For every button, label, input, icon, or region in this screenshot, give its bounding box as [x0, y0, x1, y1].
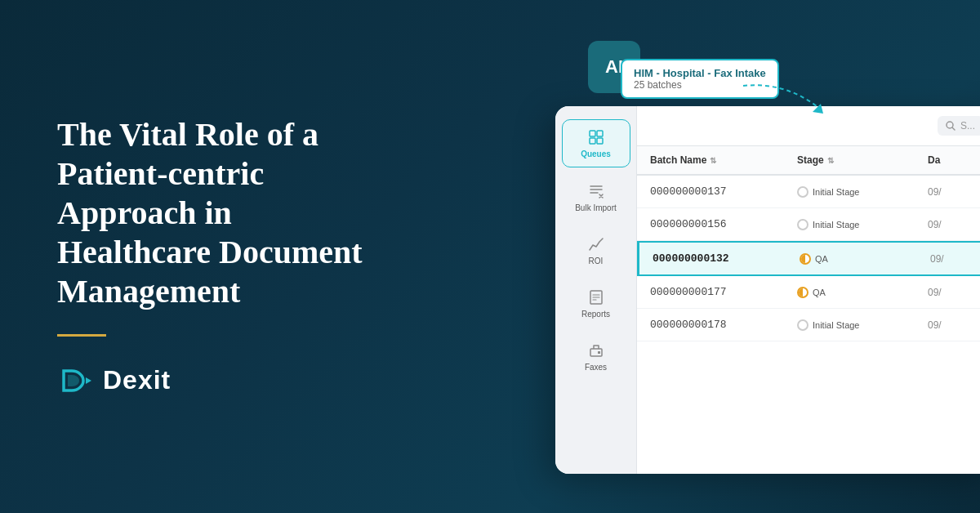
- sidebar-item-queues[interactable]: Queues: [562, 119, 630, 167]
- stage-cell: QA: [797, 287, 928, 298]
- sidebar-item-roi[interactable]: ROI: [562, 227, 630, 274]
- bulk-import-icon: [587, 182, 605, 200]
- svg-rect-4: [590, 138, 595, 144]
- sidebar-faxes-label: Faxes: [585, 363, 607, 372]
- batch-name-cell: 000000000137: [650, 185, 797, 198]
- dashed-arrow: [735, 78, 833, 118]
- qa-stage-icon: [800, 253, 811, 265]
- sidebar-roi-label: ROI: [589, 256, 604, 265]
- date-cell: 09/: [928, 319, 980, 331]
- qa-stage-icon: [797, 287, 808, 298]
- svg-rect-5: [597, 138, 603, 144]
- main-content-area: S... Batch Name ⇅ Stage: [637, 106, 980, 474]
- svg-rect-8: [598, 351, 600, 354]
- faxes-icon: [587, 341, 605, 359]
- date-cell: 09/: [928, 287, 980, 298]
- dexit-logo-icon: [57, 363, 93, 399]
- search-placeholder: S...: [960, 120, 975, 132]
- batch-name-cell: 000000000178: [650, 319, 797, 331]
- sort-icon-batch[interactable]: ⇅: [710, 156, 716, 165]
- table-area: Batch Name ⇅ Stage ⇅ Da: [637, 146, 980, 474]
- sidebar-bulk-import-label: Bulk Import: [575, 203, 617, 212]
- table-row[interactable]: 000000000156 Initial Stage 09/: [637, 208, 980, 241]
- sidebar: Queues Bulk Import: [555, 106, 637, 474]
- sidebar-queues-label: Queues: [581, 149, 611, 158]
- batch-name-cell: 000000000156: [650, 218, 797, 230]
- stage-circle-icon: [797, 319, 808, 331]
- table-row[interactable]: 000000000177 QA 09/: [637, 276, 980, 309]
- queues-icon: [587, 128, 605, 146]
- table-header: Batch Name ⇅ Stage ⇅ Da: [637, 146, 980, 176]
- col-batch-name: Batch Name ⇅: [650, 154, 797, 166]
- stage-cell: Initial Stage: [797, 186, 928, 198]
- sort-icon-stage[interactable]: ⇅: [827, 156, 834, 165]
- batch-name-cell: 000000000177: [650, 286, 797, 298]
- page-background: The Vital Role of a Patient-centric Appr…: [0, 0, 980, 513]
- roi-icon: [587, 235, 605, 253]
- stage-cell: Initial Stage: [797, 219, 928, 230]
- sidebar-item-bulk-import[interactable]: Bulk Import: [562, 174, 630, 221]
- table-row[interactable]: 000000000137 Initial Stage 09/: [637, 176, 980, 208]
- date-cell: 09/: [930, 253, 980, 265]
- date-cell: 09/: [928, 186, 980, 198]
- logo-area: Dexit: [57, 363, 392, 399]
- right-ui-mockup: AI HIM - Hospital - Fax Intake 25 batche…: [539, 41, 980, 474]
- table-row[interactable]: 000000000178 Initial Stage 09/: [637, 309, 980, 341]
- sidebar-item-reports[interactable]: Reports: [562, 280, 630, 327]
- col-date: Da: [928, 154, 980, 166]
- stage-cell: QA: [800, 253, 930, 265]
- stage-circle-icon: [797, 219, 808, 230]
- svg-rect-2: [590, 131, 595, 136]
- stage-circle-icon: [797, 186, 808, 198]
- search-box[interactable]: S...: [938, 116, 980, 136]
- col-stage: Stage ⇅: [797, 154, 928, 166]
- date-cell: 09/: [928, 219, 980, 230]
- batch-name-cell: 000000000132: [653, 252, 800, 265]
- headline: The Vital Role of a Patient-centric Appr…: [57, 115, 392, 311]
- table-row-highlighted[interactable]: 000000000132 QA 09/: [637, 241, 980, 276]
- left-panel: The Vital Role of a Patient-centric Appr…: [0, 66, 449, 448]
- sidebar-item-faxes[interactable]: Faxes: [562, 333, 630, 380]
- ui-panel: Queues Bulk Import: [555, 106, 980, 474]
- reports-icon: [587, 288, 605, 306]
- search-icon: [946, 121, 956, 131]
- svg-rect-3: [597, 131, 603, 136]
- stage-cell: Initial Stage: [797, 319, 928, 331]
- logo-text: Dexit: [103, 365, 171, 395]
- divider: [57, 334, 106, 337]
- sidebar-reports-label: Reports: [581, 310, 610, 319]
